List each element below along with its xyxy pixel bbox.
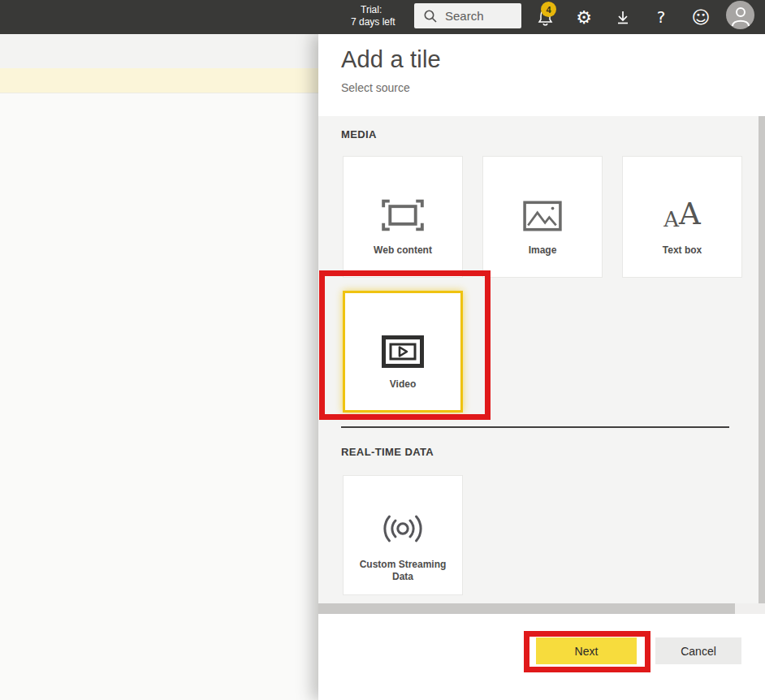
horizontal-scrollbar[interactable]	[318, 603, 765, 614]
letter-a-large: A	[679, 197, 701, 231]
trial-days-left: 7 days left	[351, 16, 395, 28]
letter-a-small: A	[663, 207, 679, 231]
search-box[interactable]	[414, 3, 521, 28]
download-icon	[615, 9, 631, 26]
tile-web-content[interactable]: Web content	[343, 156, 463, 278]
trial-status: Trial: 7 days left	[351, 4, 413, 28]
tile-label: Text box	[633, 244, 731, 257]
tile-image[interactable]: Image	[482, 156, 603, 278]
person-icon	[727, 2, 754, 29]
web-content-icon	[382, 157, 424, 235]
section-divider	[341, 426, 729, 428]
cancel-button[interactable]: Cancel	[655, 637, 741, 664]
vertical-scrollbar[interactable]	[759, 116, 765, 603]
tile-text-box[interactable]: AA Text box	[622, 156, 742, 278]
settings-button[interactable]: ⚙	[572, 0, 596, 34]
help-button[interactable]: ?	[651, 0, 671, 34]
notification-banner	[0, 68, 318, 93]
streaming-icon	[379, 476, 426, 549]
top-bar: Trial: 7 days left 4 ⚙	[0, 0, 765, 34]
notification-badge: 4	[541, 2, 556, 17]
tile-video-selected[interactable]: Video	[343, 291, 463, 413]
account-avatar[interactable]	[726, 1, 754, 29]
next-button[interactable]: Next	[536, 637, 637, 664]
tile-label: Custom Streaming Data	[354, 559, 452, 583]
notification-count: 4	[546, 5, 551, 15]
tile-label: Image	[494, 244, 591, 257]
help-icon: ?	[657, 7, 666, 27]
background-toolbar-strip	[0, 34, 318, 68]
horizontal-scrollbar-thumb[interactable]	[318, 603, 735, 614]
download-button[interactable]	[612, 0, 633, 34]
trial-label: Trial:	[351, 4, 413, 16]
panel-title: Add a tile	[341, 46, 441, 73]
image-icon	[523, 157, 562, 235]
realtime-section-label: REAL-TIME DATA	[341, 446, 434, 458]
smiley-icon: ☺	[692, 7, 711, 28]
panel-subtitle: Select source	[341, 81, 410, 94]
tile-label: Video	[354, 378, 452, 391]
tile-custom-streaming-data[interactable]: Custom Streaming Data	[343, 475, 463, 595]
screen: Trial: 7 days left 4 ⚙	[0, 0, 765, 700]
search-icon	[423, 9, 438, 24]
media-section-label: MEDIA	[341, 128, 377, 140]
background-page	[0, 34, 318, 700]
text-box-icon: AA	[663, 157, 701, 235]
add-tile-panel: Add a tile Select source MEDIA Web conte…	[318, 34, 765, 700]
gear-icon: ⚙	[576, 7, 592, 28]
tile-label: Web content	[354, 244, 452, 257]
video-icon	[382, 293, 424, 371]
panel-content: MEDIA Web content	[318, 116, 765, 614]
search-input[interactable]	[445, 9, 514, 23]
feedback-button[interactable]: ☺	[689, 0, 712, 34]
